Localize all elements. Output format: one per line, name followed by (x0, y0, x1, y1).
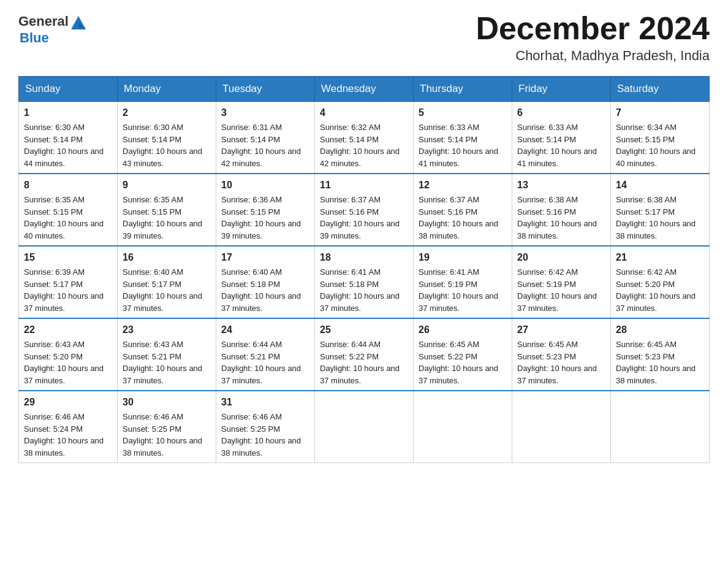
calendar-cell: 3Sunrise: 6:31 AMSunset: 5:14 PMDaylight… (216, 102, 315, 174)
calendar-week-row: 1Sunrise: 6:30 AMSunset: 5:14 PMDaylight… (19, 102, 710, 174)
calendar-cell: 10Sunrise: 6:36 AMSunset: 5:15 PMDayligh… (216, 174, 315, 246)
day-number: 11 (320, 178, 408, 193)
sunset-text: Sunset: 5:19 PM (517, 280, 576, 289)
location-subtitle: Chorhat, Madhya Pradesh, India (476, 48, 710, 64)
day-number: 10 (221, 178, 309, 193)
day-number: 20 (517, 250, 605, 265)
sunrise-text: Sunrise: 6:44 AM (320, 340, 381, 349)
sunset-text: Sunset: 5:14 PM (320, 135, 379, 144)
calendar-cell: 24Sunrise: 6:44 AMSunset: 5:21 PMDayligh… (216, 318, 315, 391)
daylight-text: Daylight: 10 hours and 39 minutes. (221, 219, 301, 240)
weekday-header-sunday: Sunday (19, 77, 118, 102)
calendar-cell: 20Sunrise: 6:42 AMSunset: 5:19 PMDayligh… (512, 246, 611, 318)
sunset-text: Sunset: 5:23 PM (517, 352, 576, 361)
sunrise-text: Sunrise: 6:40 AM (221, 267, 282, 277)
calendar-cell: 27Sunrise: 6:45 AMSunset: 5:23 PMDayligh… (512, 318, 611, 391)
calendar-cell: 22Sunrise: 6:43 AMSunset: 5:20 PMDayligh… (19, 318, 118, 391)
sunset-text: Sunset: 5:15 PM (616, 135, 675, 144)
sunrise-text: Sunrise: 6:30 AM (24, 123, 85, 132)
calendar-cell: 13Sunrise: 6:38 AMSunset: 5:16 PMDayligh… (512, 174, 611, 246)
daylight-text: Daylight: 10 hours and 37 minutes. (320, 291, 400, 313)
weekday-header-friday: Friday (512, 77, 611, 102)
daylight-text: Daylight: 10 hours and 44 minutes. (24, 147, 104, 168)
day-number: 29 (24, 395, 112, 410)
sunrise-text: Sunrise: 6:45 AM (419, 340, 479, 349)
day-number: 9 (123, 178, 211, 193)
sunset-text: Sunset: 5:21 PM (221, 352, 280, 361)
sunrise-text: Sunrise: 6:43 AM (123, 340, 183, 349)
calendar-cell: 4Sunrise: 6:32 AMSunset: 5:14 PMDaylight… (315, 102, 414, 174)
calendar-cell: 5Sunrise: 6:33 AMSunset: 5:14 PMDaylight… (414, 102, 512, 174)
sunset-text: Sunset: 5:19 PM (419, 280, 477, 289)
day-number: 22 (24, 323, 112, 337)
sunset-text: Sunset: 5:14 PM (419, 135, 477, 144)
sunrise-text: Sunrise: 6:44 AM (221, 340, 282, 349)
calendar-cell: 2Sunrise: 6:30 AMSunset: 5:14 PMDaylight… (118, 102, 216, 174)
calendar-week-row: 22Sunrise: 6:43 AMSunset: 5:20 PMDayligh… (19, 318, 710, 391)
daylight-text: Daylight: 10 hours and 38 minutes. (616, 219, 696, 240)
calendar-table: SundayMondayTuesdayWednesdayThursdayFrid… (18, 76, 710, 463)
daylight-text: Daylight: 10 hours and 37 minutes. (320, 364, 400, 385)
weekday-header-thursday: Thursday (414, 77, 512, 102)
sunrise-text: Sunrise: 6:38 AM (517, 195, 578, 204)
calendar-cell: 30Sunrise: 6:46 AMSunset: 5:25 PMDayligh… (118, 391, 216, 463)
sunrise-text: Sunrise: 6:39 AM (24, 267, 85, 277)
day-number: 8 (24, 178, 112, 193)
sunrise-text: Sunrise: 6:33 AM (419, 123, 479, 132)
day-number: 14 (616, 178, 704, 193)
calendar-cell: 8Sunrise: 6:35 AMSunset: 5:15 PMDaylight… (19, 174, 118, 246)
calendar-cell: 14Sunrise: 6:38 AMSunset: 5:17 PMDayligh… (611, 174, 710, 246)
sunset-text: Sunset: 5:15 PM (221, 207, 280, 216)
logo: General Blue (18, 12, 87, 45)
sunset-text: Sunset: 5:17 PM (123, 280, 181, 289)
day-number: 28 (616, 323, 704, 337)
sunset-text: Sunset: 5:16 PM (320, 207, 379, 216)
calendar-cell: 31Sunrise: 6:46 AMSunset: 5:25 PMDayligh… (216, 391, 315, 463)
sunset-text: Sunset: 5:20 PM (616, 280, 675, 289)
calendar-cell (512, 391, 611, 463)
daylight-text: Daylight: 10 hours and 43 minutes. (123, 147, 202, 168)
sunrise-text: Sunrise: 6:42 AM (616, 267, 677, 277)
sunrise-text: Sunrise: 6:46 AM (123, 412, 183, 421)
sunset-text: Sunset: 5:22 PM (320, 352, 379, 361)
calendar-cell: 29Sunrise: 6:46 AMSunset: 5:24 PMDayligh… (19, 391, 118, 463)
daylight-text: Daylight: 10 hours and 39 minutes. (320, 219, 400, 240)
daylight-text: Daylight: 10 hours and 37 minutes. (616, 291, 696, 313)
calendar-cell: 25Sunrise: 6:44 AMSunset: 5:22 PMDayligh… (315, 318, 414, 391)
logo-text-blue: Blue (20, 30, 49, 45)
sunrise-text: Sunrise: 6:40 AM (123, 267, 183, 277)
daylight-text: Daylight: 10 hours and 40 minutes. (616, 147, 696, 168)
sunset-text: Sunset: 5:25 PM (123, 424, 181, 434)
daylight-text: Daylight: 10 hours and 40 minutes. (24, 219, 104, 240)
daylight-text: Daylight: 10 hours and 37 minutes. (517, 364, 597, 385)
sunrise-text: Sunrise: 6:45 AM (517, 340, 578, 349)
sunrise-text: Sunrise: 6:41 AM (320, 267, 381, 277)
sunrise-text: Sunrise: 6:36 AM (221, 195, 282, 204)
daylight-text: Daylight: 10 hours and 38 minutes. (517, 219, 597, 240)
sunset-text: Sunset: 5:21 PM (123, 352, 181, 361)
daylight-text: Daylight: 10 hours and 42 minutes. (320, 147, 400, 168)
daylight-text: Daylight: 10 hours and 38 minutes. (123, 436, 202, 458)
page-header: General Blue December 2024 Chorhat, Madh… (18, 12, 710, 64)
calendar-cell: 18Sunrise: 6:41 AMSunset: 5:18 PMDayligh… (315, 246, 414, 318)
sunrise-text: Sunrise: 6:45 AM (616, 340, 677, 349)
day-number: 24 (221, 323, 309, 337)
daylight-text: Daylight: 10 hours and 38 minutes. (616, 364, 696, 385)
sunrise-text: Sunrise: 6:37 AM (419, 195, 479, 204)
sunset-text: Sunset: 5:17 PM (24, 280, 83, 289)
sunrise-text: Sunrise: 6:30 AM (123, 123, 183, 132)
daylight-text: Daylight: 10 hours and 42 minutes. (221, 147, 301, 168)
day-number: 15 (24, 250, 112, 265)
daylight-text: Daylight: 10 hours and 37 minutes. (517, 291, 597, 313)
daylight-text: Daylight: 10 hours and 41 minutes. (517, 147, 597, 168)
day-number: 21 (616, 250, 704, 265)
calendar-cell: 9Sunrise: 6:35 AMSunset: 5:15 PMDaylight… (118, 174, 216, 246)
sunrise-text: Sunrise: 6:37 AM (320, 195, 381, 204)
day-number: 1 (24, 105, 112, 120)
logo-text-general: General (18, 14, 69, 29)
calendar-cell: 28Sunrise: 6:45 AMSunset: 5:23 PMDayligh… (611, 318, 710, 391)
daylight-text: Daylight: 10 hours and 37 minutes. (123, 291, 202, 313)
sunrise-text: Sunrise: 6:46 AM (24, 412, 85, 421)
weekday-header-row: SundayMondayTuesdayWednesdayThursdayFrid… (19, 77, 710, 102)
sunrise-text: Sunrise: 6:31 AM (221, 123, 282, 132)
